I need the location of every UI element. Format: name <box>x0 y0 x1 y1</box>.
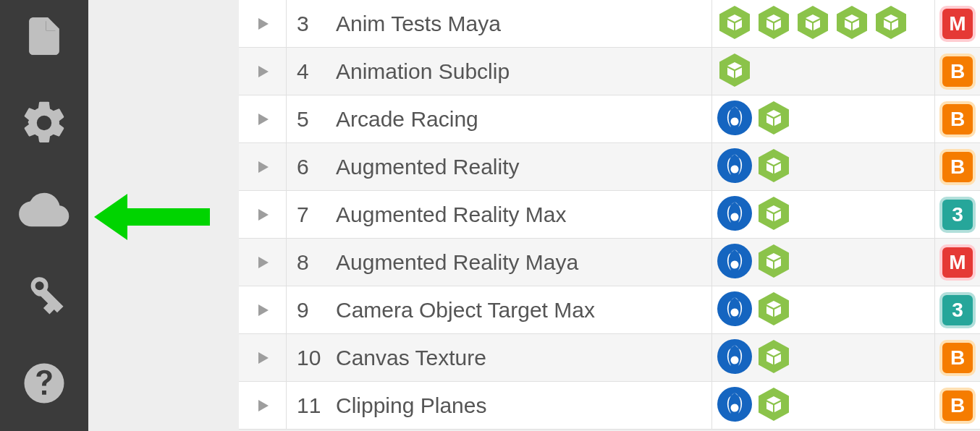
svg-marker-6 <box>876 6 906 39</box>
svg-marker-9 <box>258 114 269 125</box>
engine-cell: B <box>935 95 980 142</box>
row-number: 8 <box>297 250 329 275</box>
svg-point-35 <box>731 404 739 411</box>
app-circle-icon[interactable] <box>717 291 753 330</box>
svg-marker-29 <box>258 352 269 364</box>
svg-point-23 <box>731 260 739 268</box>
engine-badge-B[interactable]: B <box>939 149 976 185</box>
table-row: 4Animation Subclip B <box>239 48 980 95</box>
app-circle-icon[interactable] <box>717 195 753 234</box>
svg-marker-28 <box>759 292 789 325</box>
expand-toggle[interactable] <box>239 143 287 190</box>
engine-badge-B[interactable]: B <box>939 388 976 424</box>
row-main[interactable]: 7Augmented Reality Max <box>287 191 712 238</box>
svg-marker-21 <box>258 257 269 268</box>
expand-toggle[interactable] <box>239 0 287 47</box>
sidebar-item-document[interactable] <box>15 7 73 65</box>
svg-marker-7 <box>258 66 269 77</box>
table-row: 11Clipping Planes B <box>239 382 980 430</box>
app-circle-icon[interactable] <box>717 386 753 425</box>
row-main[interactable]: 3Anim Tests Maya <box>287 0 712 47</box>
expand-toggle[interactable] <box>239 95 287 142</box>
cube-hex-icon[interactable] <box>756 338 792 377</box>
svg-marker-3 <box>759 6 789 39</box>
row-main[interactable]: 11Clipping Planes <box>287 382 712 429</box>
svg-point-11 <box>731 117 739 125</box>
sidebar-item-key[interactable] <box>15 268 73 325</box>
expand-toggle[interactable] <box>239 48 287 95</box>
document-icon <box>22 11 67 61</box>
row-number: 4 <box>297 59 329 84</box>
sidebar <box>0 0 88 431</box>
row-icons <box>712 48 935 95</box>
cube-hex-icon[interactable] <box>756 243 792 282</box>
row-name: Clipping Planes <box>329 393 486 418</box>
engine-cell: M <box>935 239 980 286</box>
svg-marker-4 <box>798 6 828 39</box>
cube-hex-icon[interactable] <box>756 4 792 43</box>
table-row: 5Arcade Racing B <box>239 95 980 143</box>
app-circle-icon[interactable] <box>717 243 753 282</box>
svg-marker-36 <box>759 388 789 421</box>
sidebar-item-settings[interactable] <box>15 94 73 152</box>
cube-hex-icon[interactable] <box>795 4 831 43</box>
row-name: Camera Object Target Max <box>329 298 595 323</box>
app-circle-icon[interactable] <box>717 148 753 187</box>
row-main[interactable]: 9Camera Object Target Max <box>287 286 712 333</box>
row-main[interactable]: 6Augmented Reality <box>287 143 712 190</box>
svg-marker-20 <box>759 197 789 230</box>
engine-cell: 3 <box>935 191 980 238</box>
sidebar-item-help[interactable] <box>15 354 73 412</box>
row-name: Augmented Reality <box>329 155 519 179</box>
sidebar-item-cloud[interactable] <box>15 181 73 239</box>
svg-point-31 <box>731 356 739 364</box>
engine-badge-B[interactable]: B <box>939 101 976 137</box>
svg-point-19 <box>731 213 739 221</box>
engine-badge-M[interactable]: M <box>939 6 976 42</box>
engine-badge-B[interactable]: B <box>939 340 976 376</box>
app-circle-icon[interactable] <box>717 100 753 139</box>
expand-toggle[interactable] <box>239 334 287 381</box>
row-main[interactable]: 8Augmented Reality Maya <box>287 239 712 286</box>
cube-hex-icon[interactable] <box>756 195 792 234</box>
table-row: 6Augmented Reality B <box>239 143 980 191</box>
row-name: Canvas Texture <box>329 346 486 370</box>
expand-toggle[interactable] <box>239 382 287 429</box>
row-number: 6 <box>297 155 329 179</box>
app-circle-icon[interactable] <box>717 338 753 377</box>
engine-badge-M[interactable]: M <box>939 244 976 281</box>
engine-badge-3[interactable]: 3 <box>939 292 976 328</box>
row-number: 5 <box>297 107 329 132</box>
cube-hex-icon[interactable] <box>756 291 792 330</box>
svg-marker-17 <box>258 209 269 221</box>
row-icons <box>712 239 935 286</box>
row-icons <box>712 95 935 142</box>
cube-hex-icon[interactable] <box>717 4 753 43</box>
cube-hex-icon[interactable] <box>834 4 870 43</box>
help-icon <box>20 359 68 407</box>
engine-badge-B[interactable]: B <box>939 54 976 90</box>
cube-hex-icon[interactable] <box>873 4 909 43</box>
engine-cell: M <box>935 0 980 47</box>
table-row: 10Canvas Texture B <box>239 334 980 382</box>
row-icons <box>712 286 935 333</box>
cube-hex-icon[interactable] <box>756 100 792 139</box>
cube-hex-icon[interactable] <box>717 52 753 91</box>
expand-toggle[interactable] <box>239 239 287 286</box>
row-main[interactable]: 10Canvas Texture <box>287 334 712 381</box>
row-main[interactable]: 4Animation Subclip <box>287 48 712 95</box>
engine-badge-3[interactable]: 3 <box>939 197 976 233</box>
expand-toggle[interactable] <box>239 286 287 333</box>
cube-hex-icon[interactable] <box>756 386 792 425</box>
engine-cell: 3 <box>935 286 980 333</box>
key-icon <box>18 270 70 323</box>
expand-toggle[interactable] <box>239 191 287 238</box>
table-row: 3Anim Tests Maya M <box>239 0 980 48</box>
cube-hex-icon[interactable] <box>756 148 792 187</box>
svg-point-27 <box>731 308 739 316</box>
svg-point-15 <box>731 165 739 173</box>
svg-marker-33 <box>258 400 269 411</box>
engine-cell: B <box>935 48 980 95</box>
row-main[interactable]: 5Arcade Racing <box>287 95 712 142</box>
row-number: 3 <box>297 12 329 36</box>
